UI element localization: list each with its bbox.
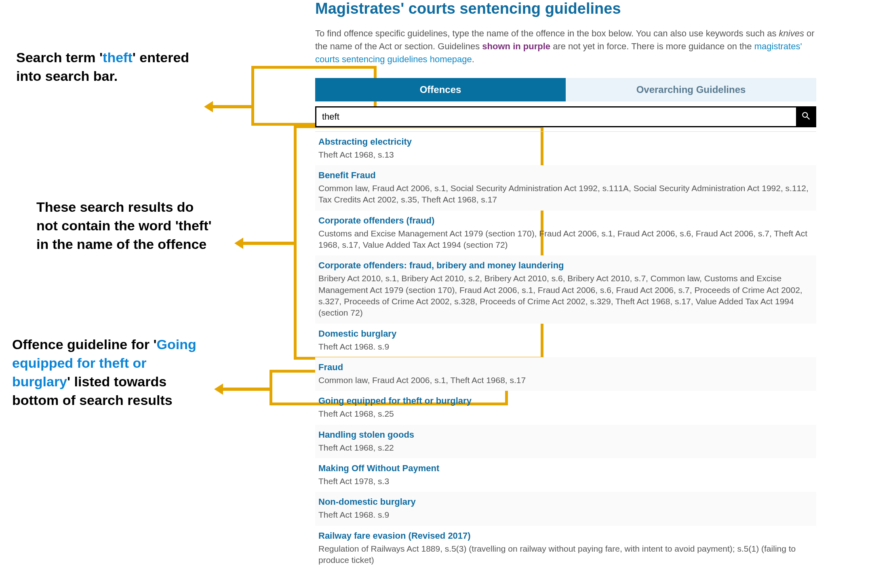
result-citation: Theft Act 1968. s.9 bbox=[318, 509, 813, 521]
result-row: Corporate offenders: fraud, bribery and … bbox=[315, 255, 816, 323]
result-citation: Theft Act 1978, s.3 bbox=[318, 476, 813, 487]
result-title-link[interactable]: Corporate offenders: fraud, bribery and … bbox=[318, 260, 813, 271]
annotation-going-equipped: Offence guideline for 'Going equipped fo… bbox=[12, 335, 202, 410]
result-row: Domestic burglaryTheft Act 1968. s.9 bbox=[315, 324, 816, 357]
annotation-search-term: Search term 'theft' entered into search … bbox=[16, 48, 206, 86]
search-row bbox=[315, 106, 816, 127]
tabs: Offences Overarching Guidelines bbox=[315, 78, 816, 101]
result-row: Benefit FraudCommon law, Fraud Act 2006,… bbox=[315, 165, 816, 211]
result-title-link[interactable]: Non-domestic burglary bbox=[318, 497, 813, 507]
result-citation: Common law, Fraud Act 2006, s.1, Social … bbox=[318, 183, 813, 206]
result-citation: Regulation of Railways Act 1889, s.5(3) … bbox=[318, 543, 813, 566]
result-row: FraudCommon law, Fraud Act 2006, s.1, Th… bbox=[315, 357, 816, 391]
arrow-head-icon bbox=[214, 384, 223, 395]
result-row: Making Off Without PaymentTheft Act 1978… bbox=[315, 458, 816, 492]
result-row: Non-domestic burglaryTheft Act 1968. s.9 bbox=[315, 492, 816, 525]
result-citation: Common law, Fraud Act 2006, s.1, Theft A… bbox=[318, 375, 813, 386]
result-title-link[interactable]: Railway fare evasion (Revised 2017) bbox=[318, 531, 813, 541]
text: . bbox=[472, 54, 474, 64]
result-row: Railway fare evasion (Revised 2017)Regul… bbox=[315, 526, 816, 571]
text-italic: knives bbox=[779, 28, 804, 38]
result-row: Corporate offenders (fraud)Customs and E… bbox=[315, 211, 816, 256]
text: Offence guideline for ' bbox=[12, 337, 157, 352]
tab-overarching[interactable]: Overarching Guidelines bbox=[566, 78, 816, 101]
arrow-line bbox=[213, 105, 251, 108]
result-title-link[interactable]: Corporate offenders (fraud) bbox=[318, 215, 813, 226]
search-icon bbox=[801, 111, 811, 123]
result-title-link[interactable]: Benefit Fraud bbox=[318, 170, 813, 181]
result-title-link[interactable]: Going equipped for theft or burglary bbox=[318, 396, 813, 406]
arrow-head-icon bbox=[204, 101, 213, 112]
result-citation: Theft Act 1968, s.22 bbox=[318, 442, 813, 453]
result-citation: Theft Act 1968. s.9 bbox=[318, 341, 813, 352]
result-citation: Customs and Excise Management Act 1979 (… bbox=[318, 228, 813, 251]
search-input[interactable] bbox=[315, 106, 796, 127]
result-title-link[interactable]: Fraud bbox=[318, 362, 813, 373]
text: To find offence specific guidelines, typ… bbox=[315, 28, 779, 38]
arrow-line bbox=[223, 388, 270, 391]
results-list: Abstracting electricityTheft Act 1968, s… bbox=[315, 131, 816, 571]
result-citation: Bribery Act 2010, s.1, Bribery Act 2010,… bbox=[318, 273, 813, 318]
result-title-link[interactable]: Handling stolen goods bbox=[318, 430, 813, 440]
result-title-link[interactable]: Domestic burglary bbox=[318, 329, 813, 339]
page-title: Magistrates' courts sentencing guideline… bbox=[315, 0, 824, 17]
annotation-results: These search results do not contain the … bbox=[36, 198, 214, 254]
arrow-head-icon bbox=[234, 238, 243, 249]
search-button[interactable] bbox=[796, 106, 816, 127]
result-citation: Theft Act 1968, s.13 bbox=[318, 149, 813, 160]
result-row: Abstracting electricityTheft Act 1968, s… bbox=[315, 132, 816, 165]
tab-offences[interactable]: Offences bbox=[315, 78, 566, 101]
text: These search results do not contain the … bbox=[36, 199, 212, 252]
result-title-link[interactable]: Abstracting electricity bbox=[318, 137, 813, 147]
arrow-line bbox=[243, 242, 294, 245]
result-row: Handling stolen goodsTheft Act 1968, s.2… bbox=[315, 425, 816, 458]
text: Search term ' bbox=[16, 50, 103, 65]
text: are not yet in force. There is more guid… bbox=[550, 41, 754, 51]
result-row: Going equipped for theft or burglaryThef… bbox=[315, 391, 816, 424]
highlighted-term: theft bbox=[103, 50, 133, 65]
intro-text: To find offence specific guidelines, typ… bbox=[315, 27, 816, 66]
result-title-link[interactable]: Making Off Without Payment bbox=[318, 463, 813, 474]
result-citation: Theft Act 1968, s.25 bbox=[318, 408, 813, 419]
text-purple: shown in purple bbox=[482, 41, 550, 51]
web-panel: Magistrates' courts sentencing guideline… bbox=[315, 0, 824, 571]
